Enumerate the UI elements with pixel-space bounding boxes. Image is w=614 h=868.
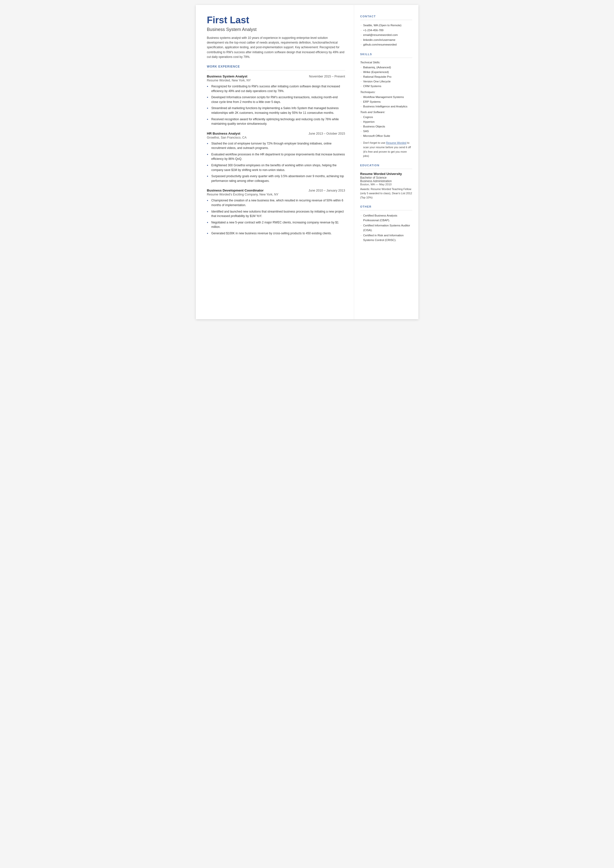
work-experience-label: WORK EXPERIENCE: [207, 65, 345, 68]
summary-text: Business systems analyst with 10 years o…: [207, 36, 345, 59]
skills-label: SKILLS: [360, 53, 412, 56]
bullet-2-3: Enlightened 300 Growthsi employees on th…: [207, 163, 345, 172]
bullet-3-3: Negotiated a new 5-year contract with 2 …: [207, 220, 345, 229]
techniques-label: Techniques:: [360, 90, 412, 93]
edu-field: Business Administration: [360, 179, 412, 183]
candidate-title: Business System Analyst: [207, 27, 345, 32]
bullet-3-2: Identified and launched new solutions th…: [207, 209, 345, 219]
skill-crm: CRM Systems: [360, 84, 412, 89]
other-section: OTHER Certified Business Analysis Profes…: [360, 205, 412, 242]
other-label: OTHER: [360, 205, 412, 208]
job-header-1: Business System Analyst November 2015 – …: [207, 75, 345, 78]
skill-erp: ERP Systems: [360, 99, 412, 104]
other-divider: [360, 210, 412, 210]
contact-email: email@resumeworded.com: [360, 33, 412, 37]
other-crisc: Certified in Risk and Information System…: [360, 233, 412, 242]
contact-section: CONTACT Seattle, WA (Open to Remote) +1-…: [360, 15, 412, 47]
job-dates-3: June 2010 – January 2013: [309, 189, 345, 192]
contact-label: CONTACT: [360, 15, 412, 18]
skill-workflow: Workflow Management Systems: [360, 95, 412, 99]
skill-ms-office: Microsoft Office Suite: [360, 134, 412, 138]
job-bullets-1: Recognized for contributing to RW's succ…: [207, 84, 345, 126]
skills-note: Don't forget to use Resume Worded to sca…: [360, 141, 412, 158]
technical-skills-label: Technical Skills:: [360, 61, 412, 64]
bullet-3-1: Championed the creation of a new busines…: [207, 198, 345, 207]
contact-phone: +1-234-456-789: [360, 28, 412, 33]
skill-rational: Rational Requisite Pro: [360, 75, 412, 79]
left-column: First Last Business System Analyst Busin…: [196, 5, 354, 319]
tools-label: Tools and Software:: [360, 110, 412, 113]
job-title-2: HR Business Analyst: [207, 132, 240, 135]
candidate-name: First Last: [207, 15, 345, 25]
skill-hyperion: Hyperion: [360, 120, 412, 124]
skills-divider: [360, 57, 412, 58]
job-dates-1: November 2015 – Present: [309, 75, 345, 78]
resume-page: First Last Business System Analyst Busin…: [196, 5, 419, 319]
job-dates-2: June 2013 – October 2015: [309, 132, 345, 135]
job-bullets-3: Championed the creation of a new busines…: [207, 198, 345, 236]
contact-divider: [360, 20, 412, 20]
bullet-2-1: Slashed the cost of employee turnover by…: [207, 141, 345, 151]
bullet-2-4: Surpassed productivity goals every quart…: [207, 174, 345, 183]
job-bullets-2: Slashed the cost of employee turnover by…: [207, 141, 345, 183]
other-cbap: Certified Business Analysis Professional…: [360, 213, 412, 223]
job-header-3: Business Development Coordinator June 20…: [207, 189, 345, 192]
edu-school: Resume Worded University: [360, 172, 412, 175]
education-section: EDUCATION Resume Worded University Bache…: [360, 164, 412, 200]
contact-github: github.com/resumeworded: [360, 42, 412, 47]
job-title-1: Business System Analyst: [207, 75, 248, 78]
edu-awards: Awards: Resume Worded Teaching Fellow (o…: [360, 187, 412, 200]
skill-version-one: Version One Lifecycle: [360, 79, 412, 84]
contact-location: Seattle, WA (Open to Remote): [360, 23, 412, 28]
job-header-2: HR Business Analyst June 2013 – October …: [207, 132, 345, 135]
bullet-3-4: Generated $100K in new business revenue …: [207, 231, 345, 236]
job-title-3: Business Development Coordinator: [207, 189, 264, 192]
job-block-1: Business System Analyst November 2015 – …: [207, 75, 345, 126]
other-cisa: Certified Information Systems Auditor (C…: [360, 223, 412, 233]
job-block-3: Business Development Coordinator June 20…: [207, 189, 345, 236]
bullet-1-2: Developed Informatica conversion scripts…: [207, 95, 345, 104]
bullet-1-4: Received recognition award for efficient…: [207, 117, 345, 126]
education-divider: [360, 169, 412, 169]
resume-worded-link[interactable]: Resume Worded: [386, 141, 406, 144]
skill-balsamiq: Balsamiq, (Advanced): [360, 65, 412, 70]
bullet-2-2: Evaluated workflow processes in the HR d…: [207, 152, 345, 161]
job-company-3: Resume Worded's Exciting Company, New Yo…: [207, 193, 345, 196]
skill-cognos: Cognos: [360, 115, 412, 120]
skills-section: SKILLS Technical Skills: Balsamiq, (Adva…: [360, 53, 412, 158]
skill-bi: Business Intelligence and Analytics: [360, 104, 412, 109]
edu-date: Boston, MA — May 2010: [360, 183, 412, 186]
bullet-1-1: Recognized for contributing to RW's succ…: [207, 84, 345, 93]
right-column: CONTACT Seattle, WA (Open to Remote) +1-…: [354, 5, 419, 319]
edu-degree: Bachelor of Science: [360, 176, 412, 179]
job-company-1: Resume Worded, New York, NY: [207, 79, 345, 82]
job-block-2: HR Business Analyst June 2013 – October …: [207, 132, 345, 183]
contact-linkedin: linkedin.com/in/username: [360, 37, 412, 43]
job-company-2: Growthsi, San Francisco, CA: [207, 136, 345, 139]
skill-business-objects: Business Objects: [360, 124, 412, 129]
skill-wrike: Wrike (Experienced): [360, 70, 412, 75]
education-label: EDUCATION: [360, 164, 412, 167]
skill-sas: SAS: [360, 129, 412, 134]
bullet-1-3: Streamlined all marketing functions by i…: [207, 106, 345, 115]
